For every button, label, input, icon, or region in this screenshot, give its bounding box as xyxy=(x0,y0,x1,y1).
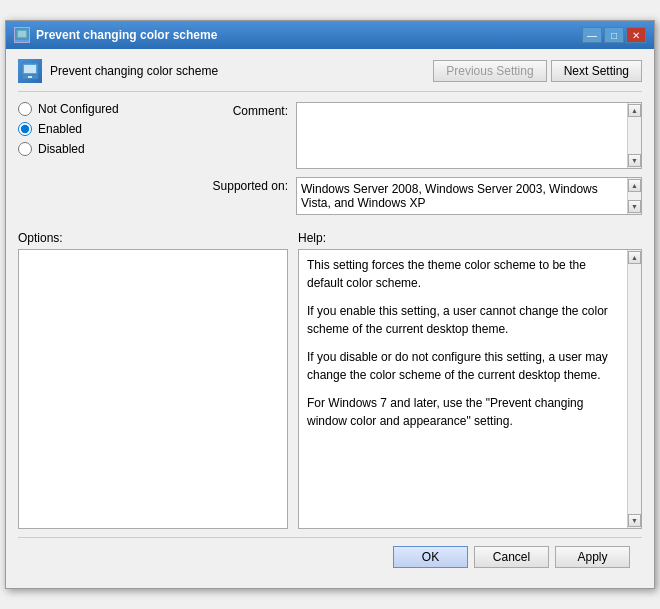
not-configured-option[interactable]: Not Configured xyxy=(18,102,198,116)
not-configured-label: Not Configured xyxy=(38,102,119,116)
disabled-radio[interactable] xyxy=(18,142,32,156)
supported-scroll-down[interactable]: ▼ xyxy=(628,200,641,213)
comment-scrollbar: ▲ ▼ xyxy=(627,103,641,168)
svg-rect-5 xyxy=(28,76,32,78)
supported-scrollbar: ▲ ▼ xyxy=(627,178,641,214)
minimize-button[interactable]: — xyxy=(582,27,602,43)
comment-label: Comment: xyxy=(208,102,288,118)
svg-rect-1 xyxy=(18,31,26,37)
help-scroll-wrapper: This setting forces the theme color sche… xyxy=(298,249,642,529)
apply-button[interactable]: Apply xyxy=(555,546,630,568)
enabled-radio[interactable] xyxy=(18,122,32,136)
title-bar: Prevent changing color scheme — □ ✕ xyxy=(6,21,654,49)
help-scroll-up[interactable]: ▲ xyxy=(628,251,641,264)
comment-row: Comment: ▲ ▼ xyxy=(208,102,642,169)
svg-rect-3 xyxy=(24,65,36,73)
enabled-option[interactable]: Enabled xyxy=(18,122,198,136)
window-icon xyxy=(14,27,30,43)
comment-textarea-wrapper: ▲ ▼ xyxy=(296,102,642,169)
help-para-1: This setting forces the theme color sche… xyxy=(307,256,619,292)
not-configured-radio[interactable] xyxy=(18,102,32,116)
window-title: Prevent changing color scheme xyxy=(36,28,217,42)
help-scrollbar: ▲ ▼ xyxy=(627,250,641,528)
disabled-label: Disabled xyxy=(38,142,85,156)
help-section-title: Help: xyxy=(298,231,326,245)
section-divider: Options: Help: xyxy=(18,231,642,245)
content-area: Not Configured Enabled Disabled Comm xyxy=(18,102,642,223)
header-row: Prevent changing color scheme Previous S… xyxy=(18,59,642,92)
footer: OK Cancel Apply xyxy=(18,537,642,578)
supported-scroll-up[interactable]: ▲ xyxy=(628,179,641,192)
scroll-down-btn[interactable]: ▼ xyxy=(628,154,641,167)
header-buttons: Previous Setting Next Setting xyxy=(433,60,642,82)
help-para-2: If you enable this setting, a user canno… xyxy=(307,302,619,338)
help-scroll-down[interactable]: ▼ xyxy=(628,514,641,527)
title-bar-controls: — □ ✕ xyxy=(582,27,646,43)
comment-textarea[interactable] xyxy=(297,103,627,168)
cancel-button[interactable]: Cancel xyxy=(474,546,549,568)
header-policy-name: Prevent changing color scheme xyxy=(50,64,218,78)
prev-setting-button[interactable]: Previous Setting xyxy=(433,60,546,82)
left-panel: Not Configured Enabled Disabled xyxy=(18,102,198,223)
next-setting-button[interactable]: Next Setting xyxy=(551,60,642,82)
enabled-label: Enabled xyxy=(38,122,82,136)
disabled-option[interactable]: Disabled xyxy=(18,142,198,156)
help-para-4: For Windows 7 and later, use the "Preven… xyxy=(307,394,619,430)
maximize-button[interactable]: □ xyxy=(604,27,624,43)
options-section-title: Options: xyxy=(18,231,288,245)
supported-row: Supported on: Windows Server 2008, Windo… xyxy=(208,177,642,215)
help-para-3: If you disable or do not configure this … xyxy=(307,348,619,384)
close-button[interactable]: ✕ xyxy=(626,27,646,43)
options-panel xyxy=(18,249,288,529)
policy-icon xyxy=(18,59,42,83)
title-bar-left: Prevent changing color scheme xyxy=(14,27,217,43)
right-panel: Comment: ▲ ▼ Supported on: Windows Serve… xyxy=(208,102,642,223)
help-inner: This setting forces the theme color sche… xyxy=(299,250,627,528)
supported-value: Windows Server 2008, Windows Server 2003… xyxy=(297,178,627,214)
bottom-panels: This setting forces the theme color sche… xyxy=(18,249,642,529)
ok-button[interactable]: OK xyxy=(393,546,468,568)
window-body: Prevent changing color scheme Previous S… xyxy=(6,49,654,588)
supported-wrapper: Windows Server 2008, Windows Server 2003… xyxy=(296,177,642,215)
radio-group: Not Configured Enabled Disabled xyxy=(18,102,198,156)
header-left: Prevent changing color scheme xyxy=(18,59,218,83)
supported-label: Supported on: xyxy=(208,177,288,193)
main-window: Prevent changing color scheme — □ ✕ Prev xyxy=(5,20,655,589)
scroll-up-btn[interactable]: ▲ xyxy=(628,104,641,117)
